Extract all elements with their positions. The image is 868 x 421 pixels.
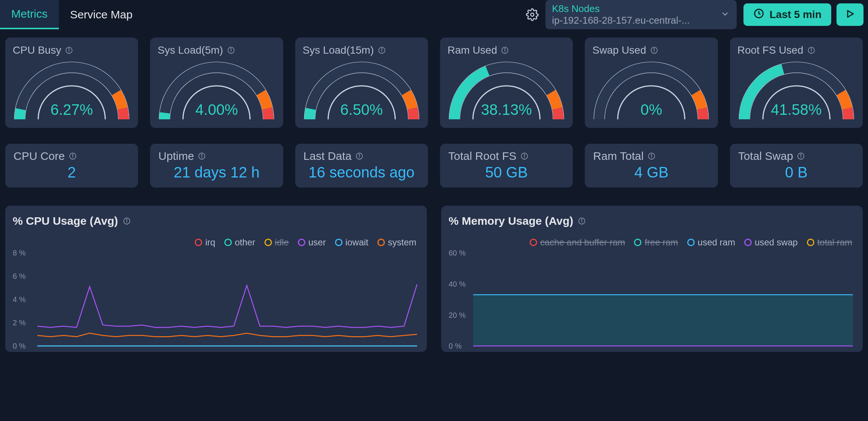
legend-label: used ram (698, 237, 735, 248)
svg-point-26 (201, 155, 202, 155)
legend-item[interactable]: used ram (687, 237, 735, 248)
stat-title: Last Data (303, 150, 351, 162)
gauge-panel: CPU Busy 6.27% (5, 38, 138, 128)
stat-title: Total Root FS (448, 150, 517, 162)
stat-panel: Ram Total 4 GB (585, 144, 718, 188)
info-icon[interactable] (198, 152, 206, 160)
legend-label: used swap (755, 237, 798, 248)
legend-item[interactable]: idle (264, 237, 289, 248)
legend-item[interactable]: iowait (335, 237, 368, 248)
gauge-title: Sys Load(5m) (158, 44, 223, 56)
legend-label: system (388, 237, 416, 248)
stat-title: Ram Total (593, 150, 644, 162)
legend-swatch (530, 239, 537, 246)
info-icon[interactable] (69, 152, 77, 160)
info-icon[interactable] (378, 46, 386, 54)
gauge-panel: Root FS Used 41.58% (730, 38, 863, 128)
legend-swatch (264, 239, 272, 246)
legend-label: cache and buffer ram (540, 237, 625, 248)
svg-point-32 (524, 155, 525, 155)
mem-chart-title: % Memory Usage (Avg) (449, 215, 573, 227)
legend-item[interactable]: other (224, 237, 255, 248)
svg-point-5 (69, 48, 69, 49)
svg-point-38 (800, 155, 801, 155)
stat-panel: Uptime 21 days 12 h (150, 144, 283, 188)
tab-metrics[interactable]: Metrics (0, 0, 59, 29)
gauge-value: 38.13% (448, 101, 565, 118)
info-icon[interactable] (501, 46, 509, 54)
legend-swatch (687, 239, 695, 246)
gauge: 6.50% (303, 62, 420, 120)
gauge-title: CPU Busy (13, 44, 61, 56)
info-icon[interactable] (65, 46, 73, 54)
legend-label: free ram (644, 237, 678, 248)
info-icon[interactable] (647, 152, 656, 160)
gauge: 41.58% (737, 62, 855, 120)
svg-point-41 (126, 220, 127, 220)
legend-item[interactable]: total ram (807, 237, 852, 248)
legend-swatch (224, 239, 232, 246)
node-selector-value: ip-192-168-28-157.eu-central-... (552, 15, 715, 26)
tab-service-map[interactable]: Service Map (59, 0, 144, 29)
info-icon[interactable] (650, 46, 658, 54)
legend-item[interactable]: cache and buffer ram (530, 237, 625, 248)
svg-point-23 (72, 155, 73, 155)
gauge-row: CPU Busy 6.27% Sys Load(5m) 4.00% Sys Lo… (0, 29, 868, 128)
top-bar: Metrics Service Map K8s Nodes ip-192-168… (0, 0, 868, 29)
legend-item[interactable]: irq (195, 237, 215, 248)
legend-swatch (807, 239, 814, 246)
cpu-chart-plot[interactable]: 8 %6 %4 %2 %0 % (13, 251, 419, 348)
stat-value: 2 (14, 164, 130, 181)
svg-point-14 (505, 48, 505, 49)
clock-icon (753, 8, 764, 22)
play-icon (844, 8, 856, 21)
legend-item[interactable]: user (298, 237, 326, 248)
cpu-chart-legend: irqotheridleuseriowaitsystem (13, 237, 416, 248)
legend-swatch (744, 239, 752, 246)
gauge: 0% (592, 62, 710, 120)
gear-icon[interactable] (526, 8, 539, 21)
legend-swatch (195, 239, 202, 246)
svg-point-8 (231, 48, 231, 49)
gauge: 38.13% (448, 62, 565, 120)
time-range-button[interactable]: Last 5 min (743, 3, 831, 26)
legend-swatch (634, 239, 641, 246)
info-icon[interactable] (520, 152, 529, 160)
gauge-title: Swap Used (592, 44, 646, 56)
stat-value: 16 seconds ago (303, 164, 420, 181)
legend-item[interactable]: system (377, 237, 416, 248)
info-icon[interactable] (797, 152, 805, 160)
stat-value: 21 days 12 h (158, 164, 275, 181)
legend-item[interactable]: free ram (634, 237, 678, 248)
svg-point-17 (654, 48, 655, 49)
gauge-title: Sys Load(15m) (303, 44, 374, 56)
run-button[interactable] (836, 3, 863, 26)
info-icon[interactable] (355, 152, 363, 160)
stat-title: CPU Core (14, 150, 65, 162)
info-icon[interactable] (807, 46, 815, 54)
info-icon[interactable] (123, 217, 131, 225)
svg-point-45 (581, 220, 582, 220)
legend-swatch (298, 239, 305, 246)
time-range-label: Last 5 min (770, 9, 821, 21)
stat-panel: CPU Core 2 (5, 144, 138, 188)
mem-chart-plot[interactable]: 60 %40 %20 %0 % (449, 251, 855, 348)
info-icon[interactable] (578, 217, 586, 225)
legend-label: other (235, 237, 255, 248)
header-tabs: Metrics Service Map (0, 0, 144, 29)
stat-value: 50 GB (448, 164, 565, 181)
node-selector[interactable]: K8s Nodes ip-192-168-28-157.eu-central-.… (545, 0, 737, 29)
stat-panel: Total Swap 0 B (730, 144, 863, 188)
legend-label: user (308, 237, 326, 248)
cpu-usage-chart-panel: % CPU Usage (Avg) irqotheridleuseriowait… (5, 206, 427, 352)
legend-label: total ram (817, 237, 852, 248)
gauge-title: Ram Used (448, 44, 497, 56)
legend-swatch (377, 239, 385, 246)
info-icon[interactable] (227, 46, 235, 54)
memory-usage-chart-panel: % Memory Usage (Avg) cache and buffer ra… (441, 206, 863, 352)
node-selector-title: K8s Nodes (552, 3, 715, 15)
svg-marker-2 (848, 11, 853, 17)
cpu-chart-title: % CPU Usage (Avg) (13, 215, 118, 227)
gauge-panel: Sys Load(15m) 6.50% (295, 38, 428, 128)
legend-item[interactable]: used swap (744, 237, 798, 248)
